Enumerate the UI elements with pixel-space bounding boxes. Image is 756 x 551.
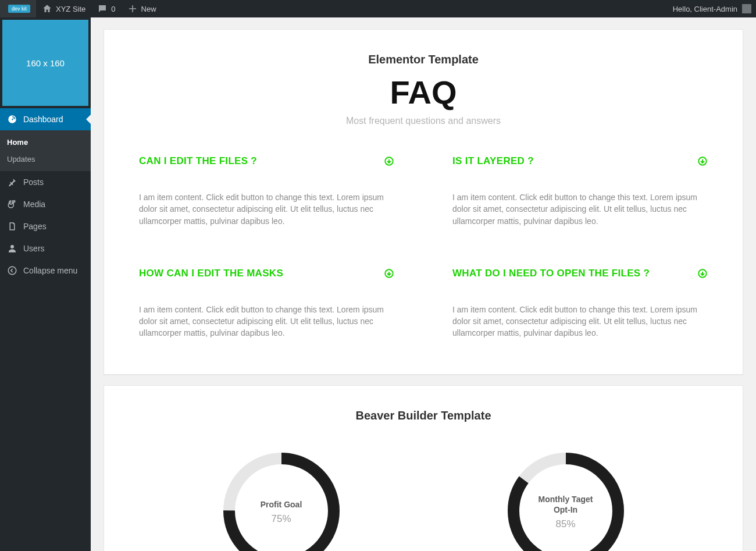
media-icon xyxy=(7,199,17,209)
elementor-panel: Elementor Template FAQ Most frequent que… xyxy=(104,29,743,375)
avatar[interactable] xyxy=(742,4,751,13)
faq-question: CAN I EDIT THE FILES ? xyxy=(139,155,257,167)
faq-heading: FAQ xyxy=(139,73,708,111)
sidebar-item-media[interactable]: Media xyxy=(0,193,91,215)
faq-question: HOW CAN I EDIT THE MASKS xyxy=(139,268,283,279)
circle-arrow-icon xyxy=(384,268,394,279)
beaver-panel: Beaver Builder Template Profit Goal 75% … xyxy=(104,385,743,551)
admin-sidebar: 160 x 160 Dashboard Home Updates Posts M… xyxy=(0,17,91,551)
comment-icon xyxy=(97,3,108,14)
circle-arrow-icon xyxy=(384,156,394,166)
brand-dimensions: 160 x 160 xyxy=(26,58,65,68)
site-home-link[interactable]: XYZ Site xyxy=(36,0,91,17)
sidebar-item-pages[interactable]: Pages xyxy=(0,215,91,237)
user-icon xyxy=(7,243,17,254)
faq-grid: CAN I EDIT THE FILES ? I am item content… xyxy=(139,155,708,339)
faq-subheading: Most frequent questions and answers xyxy=(139,116,708,126)
faq-answer: I am item content. Click edit button to … xyxy=(452,191,708,227)
comments-link[interactable]: 0 xyxy=(91,0,121,17)
main-content: Elementor Template FAQ Most frequent que… xyxy=(91,17,756,551)
comment-count: 0 xyxy=(111,5,115,13)
site-name: XYZ Site xyxy=(56,5,85,13)
pin-icon xyxy=(7,177,17,187)
sidebar-item-posts[interactable]: Posts xyxy=(0,171,91,193)
gauge-icon xyxy=(7,114,17,125)
faq-answer: I am item content. Click edit button to … xyxy=(452,304,708,339)
donut-chart: Monthly Taget Opt-In 85% xyxy=(502,447,630,551)
faq-item: CAN I EDIT THE FILES ? I am item content… xyxy=(139,155,394,227)
faq-toggle-row[interactable]: CAN I EDIT THE FILES ? xyxy=(139,155,394,167)
sidebar-item-label: Users xyxy=(23,244,45,253)
collapse-menu-button[interactable]: Collapse menu xyxy=(0,259,91,282)
beaver-title: Beaver Builder Template xyxy=(139,409,708,422)
home-icon xyxy=(42,3,52,14)
faq-question: IS IT LAYERED ? xyxy=(452,155,534,167)
faq-toggle-row[interactable]: IS IT LAYERED ? xyxy=(452,155,708,167)
donut-chart: Profit Goal 75% xyxy=(217,447,345,551)
plus-icon xyxy=(127,3,138,14)
faq-item: HOW CAN I EDIT THE MASKS I am item conte… xyxy=(139,268,394,339)
svg-point-0 xyxy=(8,266,16,275)
sidebar-item-label: Media xyxy=(23,200,45,209)
new-label: New xyxy=(141,5,156,13)
submenu-item-home[interactable]: Home xyxy=(0,134,91,151)
sidebar-item-users[interactable]: Users xyxy=(0,237,91,259)
devkit-label: dev kit xyxy=(8,5,30,13)
faq-item: IS IT LAYERED ? I am item content. Click… xyxy=(452,155,708,227)
greeting-text[interactable]: Hello, Client-Admin xyxy=(673,5,737,13)
submenu-item-updates[interactable]: Updates xyxy=(0,151,91,168)
dashboard-submenu: Home Updates xyxy=(0,130,91,171)
faq-toggle-row[interactable]: WHAT DO I NEED TO OPEN THE FILES ? xyxy=(452,268,708,279)
pages-icon xyxy=(7,221,17,232)
admin-bar: dev kit XYZ Site 0 New Hello, Client-Adm… xyxy=(0,0,756,17)
sidebar-item-label: Dashboard xyxy=(23,115,63,124)
sidebar-item-label: Pages xyxy=(23,222,47,231)
elementor-title: Elementor Template xyxy=(139,53,708,66)
devkit-badge[interactable]: dev kit xyxy=(0,0,36,17)
donut-svg xyxy=(217,447,345,551)
new-content-link[interactable]: New xyxy=(122,0,162,17)
faq-answer: I am item content. Click edit button to … xyxy=(139,304,394,339)
sidebar-item-label: Posts xyxy=(23,177,44,187)
faq-item: WHAT DO I NEED TO OPEN THE FILES ? I am … xyxy=(452,268,708,339)
faq-question: WHAT DO I NEED TO OPEN THE FILES ? xyxy=(452,268,650,279)
faq-toggle-row[interactable]: HOW CAN I EDIT THE MASKS xyxy=(139,268,394,279)
donut-row: Profit Goal 75% Monthly Taget Opt-In 85% xyxy=(139,447,708,551)
sidebar-item-dashboard[interactable]: Dashboard xyxy=(0,108,91,130)
collapse-icon xyxy=(7,265,17,276)
donut-svg xyxy=(502,447,630,551)
brand-placeholder: 160 x 160 xyxy=(2,20,88,106)
circle-arrow-icon xyxy=(697,156,708,166)
collapse-label: Collapse menu xyxy=(23,266,77,275)
circle-arrow-icon xyxy=(697,268,708,279)
faq-answer: I am item content. Click edit button to … xyxy=(139,191,394,227)
